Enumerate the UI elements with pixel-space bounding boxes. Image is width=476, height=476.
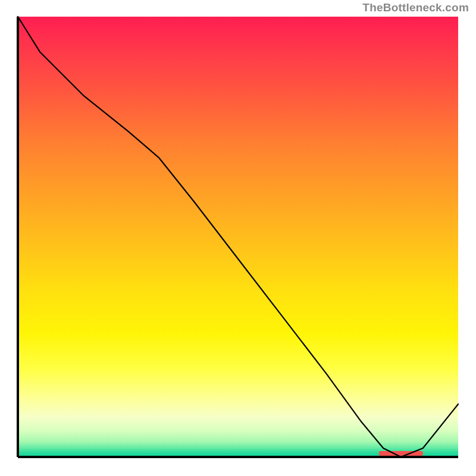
optimum-marker: [379, 451, 423, 456]
chart-svg: [18, 17, 458, 457]
attribution-text: TheBottleneck.com: [362, 1, 469, 14]
plot-area: [18, 17, 458, 457]
chart-container: TheBottleneck.com: [0, 0, 476, 476]
bottleneck-curve: [18, 17, 458, 457]
